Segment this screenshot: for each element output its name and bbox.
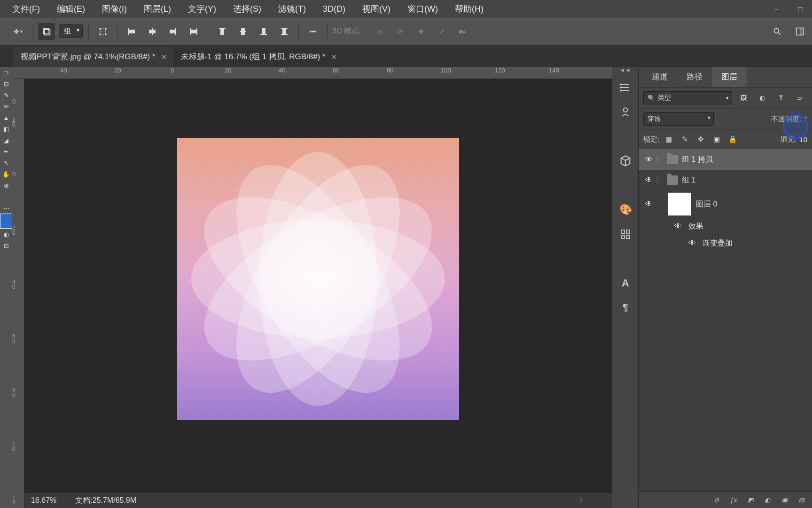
brush-tool-icon[interactable]: ✏ [0, 101, 12, 112]
ruler-vertical[interactable]: 0 20 0 20 40 60 80 10 12 [12, 79, 24, 508]
3d-camera-icon[interactable]: ■▸ [454, 23, 471, 40]
align-stretch-v-icon[interactable] [276, 23, 293, 40]
character-panel-icon[interactable]: A [612, 271, 639, 295]
filter-image-icon[interactable]: 🖼 [736, 91, 751, 104]
workspace-icon[interactable] [791, 23, 808, 40]
align-left-icon[interactable] [123, 23, 140, 40]
window-minimize-button[interactable]: ─ [765, 2, 789, 16]
visibility-icon[interactable]: 👁 [642, 200, 656, 208]
3d-rotate-icon[interactable]: ⟳ [392, 23, 409, 40]
menu-window[interactable]: 窗口(W) [399, 3, 446, 15]
rect-tool-selected-icon[interactable] [0, 214, 12, 229]
menu-layer[interactable]: 图层(L) [135, 3, 180, 15]
paragraph-panel-icon[interactable]: ¶ [612, 295, 639, 320]
layer-group-1[interactable]: 👁 〉 组 1 [639, 170, 812, 190]
close-icon[interactable]: ✕ [331, 53, 337, 61]
visibility-icon[interactable]: 👁 [642, 176, 656, 184]
visibility-icon[interactable]: 👁 [686, 239, 699, 247]
filter-shape-icon[interactable]: ▱ [792, 91, 807, 104]
zoom-level[interactable]: 16.67% [31, 496, 56, 505]
mask-tool-icon[interactable]: ◐ [0, 229, 12, 240]
3d-orbit-icon[interactable]: ◎ [371, 23, 388, 40]
align-center-h-icon[interactable] [144, 23, 161, 40]
eyedropper-tool-icon[interactable]: ✎ [0, 89, 12, 101]
menu-select[interactable]: 选择(S) [225, 3, 270, 15]
more-options-icon[interactable]: ••• [304, 23, 321, 40]
crop-tool-icon[interactable]: ⊡ [0, 78, 12, 89]
auto-select-layers-icon[interactable] [38, 23, 55, 40]
blank-panel-icon[interactable] [612, 246, 639, 271]
lock-artboard-icon[interactable]: ▣ [710, 134, 723, 145]
pen-tool-icon[interactable]: ✒ [0, 146, 12, 157]
zoom-tool-icon[interactable]: ⊕ [0, 180, 12, 191]
fill-value[interactable]: 10 [799, 135, 807, 143]
chevron-right-icon[interactable]: 〉 [656, 155, 663, 165]
layer-effects[interactable]: 👁 效果 [639, 218, 812, 235]
menu-file[interactable]: 文件(F) [4, 3, 48, 15]
tab-channels[interactable]: 通道 [642, 67, 677, 87]
menu-help[interactable]: 帮助(H) [446, 3, 492, 15]
transform-controls-icon[interactable] [94, 23, 111, 40]
screenmode-tool-icon[interactable]: ⊡ [0, 240, 12, 251]
expand-panels-icon[interactable]: ◄◄ [612, 67, 638, 75]
lock-pixels-icon[interactable]: ✎ [678, 134, 691, 145]
blend-mode-select[interactable]: 穿透 [643, 112, 714, 126]
swatches-panel-icon[interactable]: 🎨 [612, 198, 639, 222]
layer-thumbnail[interactable] [668, 192, 691, 216]
libraries-panel-icon[interactable] [612, 222, 639, 246]
new-layer-icon[interactable]: ▤ [794, 493, 808, 507]
3d-scale-icon[interactable]: ⤢ [433, 23, 450, 40]
new-group-icon[interactable]: ▣ [777, 493, 791, 507]
layer-effect-gradient-overlay[interactable]: 👁 渐变叠加 [639, 235, 812, 252]
menu-filter[interactable]: 滤镜(T) [270, 3, 314, 15]
layer-0[interactable]: 👁 图层 0 [639, 190, 812, 218]
opacity-label[interactable]: 不透明度: 7 [771, 115, 807, 124]
path-tool-icon[interactable]: ↖ [0, 157, 12, 168]
gradient-tool-icon[interactable]: ◢ [0, 135, 12, 146]
visibility-icon[interactable]: 👁 [671, 222, 685, 230]
layer-type-filter[interactable]: 🔍 类型 [643, 91, 732, 104]
menu-view[interactable]: 视图(V) [354, 3, 399, 15]
menu-3d[interactable]: 3D(D) [314, 4, 354, 14]
ruler-horizontal[interactable]: 40 20 0 20 40 60 80 100 120 140 [12, 67, 612, 79]
eraser-tool-icon[interactable]: ◧ [0, 123, 12, 135]
align-stretch-h-icon[interactable] [185, 23, 202, 40]
filter-adjustment-icon[interactable]: ◐ [755, 91, 770, 104]
3d-pan-icon[interactable]: ✥ [413, 23, 429, 40]
history-panel-icon[interactable] [612, 75, 639, 100]
blank-tool[interactable] [0, 191, 12, 202]
chevron-right-icon[interactable]: 〉 [656, 175, 663, 185]
lock-all-icon[interactable]: 🔒 [726, 134, 739, 145]
hand-tool-icon[interactable]: ✋ [0, 168, 12, 180]
adjustment-layer-icon[interactable]: ◐ [760, 493, 774, 507]
3d-panel-icon[interactable] [612, 149, 639, 173]
search-icon[interactable] [769, 23, 786, 40]
align-right-icon[interactable] [164, 23, 181, 40]
tab-document-1[interactable]: 视频PPT背景.jpg @ 74.1%(RGB/8#) * ✕ [14, 47, 173, 67]
filter-text-icon[interactable]: T [773, 91, 789, 104]
visibility-icon[interactable]: 👁 [642, 155, 656, 164]
move-tool-icon[interactable]: ✥▾ [9, 23, 26, 40]
lasso-tool-icon[interactable]: ⊃ [0, 67, 12, 78]
blank-panel-icon[interactable] [612, 124, 639, 149]
close-icon[interactable]: ✕ [161, 53, 167, 61]
align-top-icon[interactable] [214, 23, 231, 40]
align-middle-v-icon[interactable] [234, 23, 251, 40]
tab-document-2[interactable]: 未标题-1 @ 16.7% (组 1 拷贝, RGB/8#) * ✕ [174, 47, 344, 67]
lock-position-icon[interactable]: ✥ [694, 134, 707, 145]
blank-panel-icon[interactable] [612, 173, 639, 198]
adjustments-panel-icon[interactable] [612, 100, 639, 124]
tab-paths[interactable]: 路径 [677, 67, 712, 87]
layer-mask-icon[interactable]: ◩ [743, 493, 757, 507]
stamp-tool-icon[interactable]: ▲ [0, 112, 12, 123]
status-chevron-icon[interactable]: 〉 [579, 496, 586, 506]
menu-image[interactable]: 图像(I) [94, 3, 135, 15]
auto-select-dropdown[interactable]: 组 [59, 24, 83, 38]
layer-group-1-copy[interactable]: 👁 〉 组 1 拷贝 [639, 149, 812, 170]
fill-label[interactable]: 填充: [781, 135, 796, 144]
doc-size[interactable]: 文档:25.7M/65.9M [75, 496, 136, 506]
canvas-stage[interactable] [24, 79, 612, 508]
ellipsis-tool-icon[interactable]: ⋯ [0, 202, 12, 214]
align-bottom-icon[interactable] [255, 23, 272, 40]
link-layers-icon[interactable]: ⊘ [710, 493, 724, 507]
